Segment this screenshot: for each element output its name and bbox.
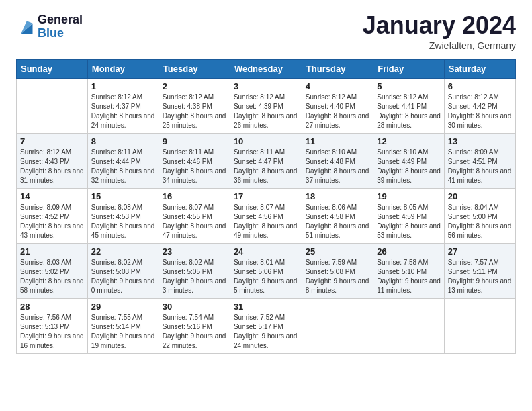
day-info: Sunrise: 8:11 AMSunset: 4:47 PMDaylight:… bbox=[234, 148, 298, 185]
day-info: Sunrise: 8:10 AMSunset: 4:48 PMDaylight:… bbox=[306, 148, 369, 185]
day-info: Sunrise: 8:06 AMSunset: 4:58 PMDaylight:… bbox=[306, 203, 369, 240]
day-number: 16 bbox=[163, 191, 226, 201]
day-info: Sunrise: 8:07 AMSunset: 4:55 PMDaylight:… bbox=[163, 203, 226, 240]
calendar-cell: 28Sunrise: 7:56 AMSunset: 5:13 PMDayligh… bbox=[17, 299, 88, 354]
day-number: 1 bbox=[91, 81, 155, 91]
calendar-cell: 16Sunrise: 8:07 AMSunset: 4:55 PMDayligh… bbox=[159, 189, 230, 244]
day-number: 26 bbox=[377, 246, 441, 257]
calendar-cell: 7Sunrise: 8:12 AMSunset: 4:43 PMDaylight… bbox=[17, 134, 88, 189]
day-number: 14 bbox=[20, 191, 84, 201]
day-number: 28 bbox=[20, 302, 84, 312]
day-number: 25 bbox=[306, 246, 369, 257]
day-number: 27 bbox=[448, 246, 512, 257]
calendar-body: 1Sunrise: 8:12 AMSunset: 4:37 PMDaylight… bbox=[17, 79, 516, 354]
calendar-cell bbox=[444, 299, 515, 354]
calendar-cell: 26Sunrise: 7:58 AMSunset: 5:10 PMDayligh… bbox=[373, 244, 445, 299]
calendar-cell: 29Sunrise: 7:55 AMSunset: 5:14 PMDayligh… bbox=[87, 299, 159, 354]
day-info: Sunrise: 8:09 AMSunset: 4:52 PMDaylight:… bbox=[20, 203, 84, 240]
location-subtitle: Zwiefalten, Germany bbox=[363, 40, 516, 51]
day-info: Sunrise: 8:02 AMSunset: 5:05 PMDaylight:… bbox=[163, 258, 226, 295]
calendar-table: Sunday Monday Tuesday Wednesday Thursday… bbox=[16, 59, 516, 354]
day-info: Sunrise: 8:12 AMSunset: 4:37 PMDaylight:… bbox=[91, 93, 155, 130]
logo: General Blue bbox=[16, 13, 83, 40]
day-number: 4 bbox=[306, 81, 369, 91]
col-monday: Monday bbox=[87, 60, 159, 79]
col-tuesday: Tuesday bbox=[159, 60, 230, 79]
day-info: Sunrise: 7:54 AMSunset: 5:16 PMDaylight:… bbox=[163, 313, 226, 351]
day-number: 19 bbox=[377, 191, 441, 201]
day-number: 21 bbox=[20, 246, 84, 257]
day-number: 7 bbox=[20, 136, 84, 146]
calendar-cell: 17Sunrise: 8:07 AMSunset: 4:56 PMDayligh… bbox=[230, 189, 302, 244]
calendar-cell: 31Sunrise: 7:52 AMSunset: 5:17 PMDayligh… bbox=[230, 299, 302, 354]
day-number: 30 bbox=[163, 302, 226, 312]
page-header: General Blue January 2024 Zwiefalten, Ge… bbox=[16, 13, 516, 51]
day-number: 6 bbox=[448, 81, 512, 91]
day-number: 24 bbox=[234, 246, 298, 257]
logo-icon bbox=[16, 17, 35, 36]
col-thursday: Thursday bbox=[302, 60, 373, 79]
day-number: 10 bbox=[234, 136, 298, 146]
calendar-cell bbox=[302, 299, 373, 354]
day-info: Sunrise: 8:07 AMSunset: 4:56 PMDaylight:… bbox=[234, 203, 298, 240]
day-number: 8 bbox=[91, 136, 155, 146]
calendar-cell: 3Sunrise: 8:12 AMSunset: 4:39 PMDaylight… bbox=[230, 79, 302, 134]
day-info: Sunrise: 7:52 AMSunset: 5:17 PMDaylight:… bbox=[234, 313, 298, 351]
day-info: Sunrise: 8:12 AMSunset: 4:39 PMDaylight:… bbox=[234, 93, 298, 130]
month-title: January 2024 bbox=[363, 13, 516, 38]
calendar-cell: 4Sunrise: 8:12 AMSunset: 4:40 PMDaylight… bbox=[302, 79, 373, 134]
calendar-cell: 24Sunrise: 8:01 AMSunset: 5:06 PMDayligh… bbox=[230, 244, 302, 299]
calendar-cell: 14Sunrise: 8:09 AMSunset: 4:52 PMDayligh… bbox=[17, 189, 88, 244]
day-number: 9 bbox=[163, 136, 226, 146]
calendar-cell: 11Sunrise: 8:10 AMSunset: 4:48 PMDayligh… bbox=[302, 134, 373, 189]
calendar-cell: 27Sunrise: 7:57 AMSunset: 5:11 PMDayligh… bbox=[444, 244, 515, 299]
day-info: Sunrise: 8:02 AMSunset: 5:03 PMDaylight:… bbox=[91, 258, 155, 295]
calendar-cell: 19Sunrise: 8:05 AMSunset: 4:59 PMDayligh… bbox=[373, 189, 445, 244]
day-info: Sunrise: 8:12 AMSunset: 4:40 PMDaylight:… bbox=[306, 93, 369, 130]
calendar-cell: 1Sunrise: 8:12 AMSunset: 4:37 PMDaylight… bbox=[87, 79, 159, 134]
day-info: Sunrise: 8:11 AMSunset: 4:44 PMDaylight:… bbox=[91, 148, 155, 185]
day-info: Sunrise: 8:12 AMSunset: 4:42 PMDaylight:… bbox=[448, 93, 512, 130]
day-number: 13 bbox=[448, 136, 512, 146]
day-info: Sunrise: 7:59 AMSunset: 5:08 PMDaylight:… bbox=[306, 258, 369, 295]
logo-line1: General bbox=[38, 13, 83, 27]
day-info: Sunrise: 8:12 AMSunset: 4:41 PMDaylight:… bbox=[377, 93, 441, 130]
col-wednesday: Wednesday bbox=[230, 60, 302, 79]
col-friday: Friday bbox=[373, 60, 445, 79]
day-number: 20 bbox=[448, 191, 512, 201]
logo-line2: Blue bbox=[38, 27, 83, 40]
day-info: Sunrise: 7:55 AMSunset: 5:14 PMDaylight:… bbox=[91, 313, 155, 351]
calendar-week-3: 14Sunrise: 8:09 AMSunset: 4:52 PMDayligh… bbox=[17, 189, 516, 244]
day-number: 15 bbox=[91, 191, 155, 201]
col-sunday: Sunday bbox=[17, 60, 88, 79]
day-info: Sunrise: 8:12 AMSunset: 4:43 PMDaylight:… bbox=[20, 148, 84, 185]
day-info: Sunrise: 8:05 AMSunset: 4:59 PMDaylight:… bbox=[377, 203, 441, 240]
day-info: Sunrise: 8:09 AMSunset: 4:51 PMDaylight:… bbox=[448, 148, 512, 185]
day-info: Sunrise: 8:10 AMSunset: 4:49 PMDaylight:… bbox=[377, 148, 441, 185]
col-saturday: Saturday bbox=[444, 60, 515, 79]
calendar-week-2: 7Sunrise: 8:12 AMSunset: 4:43 PMDaylight… bbox=[17, 134, 516, 189]
calendar-cell: 2Sunrise: 8:12 AMSunset: 4:38 PMDaylight… bbox=[159, 79, 230, 134]
day-info: Sunrise: 7:58 AMSunset: 5:10 PMDaylight:… bbox=[377, 258, 441, 295]
calendar-cell: 10Sunrise: 8:11 AMSunset: 4:47 PMDayligh… bbox=[230, 134, 302, 189]
calendar-cell: 18Sunrise: 8:06 AMSunset: 4:58 PMDayligh… bbox=[302, 189, 373, 244]
header-row: Sunday Monday Tuesday Wednesday Thursday… bbox=[17, 60, 516, 79]
day-number: 11 bbox=[306, 136, 369, 146]
calendar-header: Sunday Monday Tuesday Wednesday Thursday… bbox=[17, 60, 516, 79]
day-info: Sunrise: 8:01 AMSunset: 5:06 PMDaylight:… bbox=[234, 258, 298, 295]
calendar-cell: 20Sunrise: 8:04 AMSunset: 5:00 PMDayligh… bbox=[444, 189, 515, 244]
day-number: 12 bbox=[377, 136, 441, 146]
calendar-week-5: 28Sunrise: 7:56 AMSunset: 5:13 PMDayligh… bbox=[17, 299, 516, 354]
day-info: Sunrise: 7:57 AMSunset: 5:11 PMDaylight:… bbox=[448, 258, 512, 295]
day-number: 31 bbox=[234, 302, 298, 312]
day-info: Sunrise: 8:12 AMSunset: 4:38 PMDaylight:… bbox=[163, 93, 226, 130]
calendar-cell: 21Sunrise: 8:03 AMSunset: 5:02 PMDayligh… bbox=[17, 244, 88, 299]
calendar-cell: 9Sunrise: 8:11 AMSunset: 4:46 PMDaylight… bbox=[159, 134, 230, 189]
day-number: 23 bbox=[163, 246, 226, 257]
day-number: 3 bbox=[234, 81, 298, 91]
day-info: Sunrise: 8:03 AMSunset: 5:02 PMDaylight:… bbox=[20, 258, 84, 295]
calendar-week-1: 1Sunrise: 8:12 AMSunset: 4:37 PMDaylight… bbox=[17, 79, 516, 134]
calendar-cell: 13Sunrise: 8:09 AMSunset: 4:51 PMDayligh… bbox=[444, 134, 515, 189]
day-info: Sunrise: 8:04 AMSunset: 5:00 PMDaylight:… bbox=[448, 203, 512, 240]
day-number: 29 bbox=[91, 302, 155, 312]
